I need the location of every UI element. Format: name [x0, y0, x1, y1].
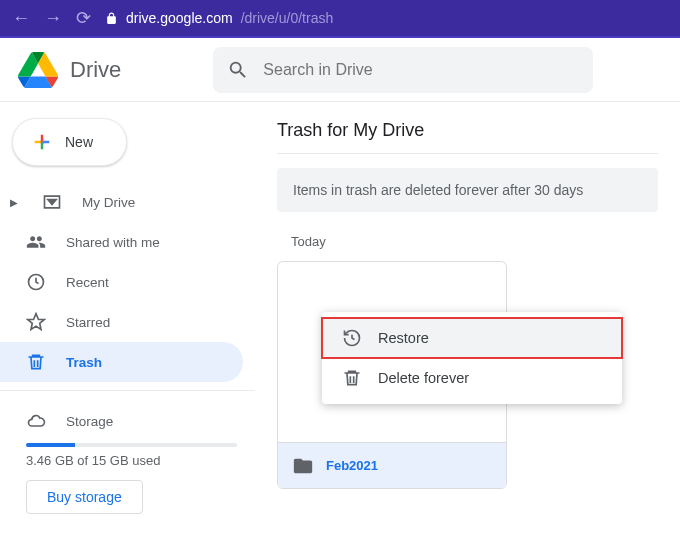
chevron-right-icon: ▶ [10, 197, 22, 208]
back-icon[interactable]: ← [12, 8, 30, 29]
sidebar-item-label: Shared with me [66, 235, 160, 250]
url-host: drive.google.com [126, 10, 233, 26]
browser-bar: ← → ⟳ drive.google.com/drive/u/0/trash [0, 0, 680, 36]
buy-storage-button[interactable]: Buy storage [26, 480, 143, 514]
trash-icon [342, 368, 362, 388]
sidebar-item-label: Recent [66, 275, 109, 290]
my-drive-icon [42, 192, 62, 212]
file-name: Feb2021 [326, 458, 378, 473]
people-icon [26, 232, 46, 252]
context-item-label: Delete forever [378, 370, 469, 386]
search-input[interactable] [263, 61, 579, 79]
storage-used-text: 3.46 GB of 15 GB used [26, 453, 237, 468]
reload-icon[interactable]: ⟳ [76, 7, 91, 29]
plus-icon [31, 131, 53, 153]
file-card[interactable]: Feb2021 Restore Delete forever [277, 261, 507, 489]
context-item-label: Restore [378, 330, 429, 346]
sidebar-item-recent[interactable]: Recent [0, 262, 243, 302]
sidebar-item-label: Starred [66, 315, 110, 330]
search-box[interactable] [213, 47, 593, 93]
restore-icon [342, 328, 362, 348]
sidebar-item-label: Trash [66, 355, 102, 370]
address-bar[interactable]: drive.google.com/drive/u/0/trash [105, 10, 333, 26]
cloud-icon [26, 411, 46, 431]
storage-bar [26, 443, 237, 447]
drive-logo-icon [18, 52, 58, 88]
app-header: Drive [0, 38, 680, 102]
trash-icon [26, 352, 46, 372]
clock-icon [26, 272, 46, 292]
section-label: Today [291, 234, 658, 249]
context-delete-forever[interactable]: Delete forever [322, 358, 622, 398]
page-title: Trash for My Drive [277, 120, 658, 154]
sidebar-item-storage[interactable]: Storage [26, 403, 237, 439]
url-path: /drive/u/0/trash [241, 10, 334, 26]
new-button[interactable]: New [12, 118, 127, 166]
context-restore[interactable]: Restore [322, 318, 622, 358]
sidebar: New ▶ My Drive Shared with me Recent [0, 102, 255, 550]
trash-notice: Items in trash are deleted forever after… [277, 168, 658, 212]
sidebar-item-shared[interactable]: Shared with me [0, 222, 243, 262]
app-title: Drive [70, 57, 121, 83]
storage-label: Storage [66, 414, 113, 429]
sidebar-item-trash[interactable]: Trash [0, 342, 243, 382]
forward-icon[interactable]: → [44, 8, 62, 29]
file-footer: Feb2021 [278, 442, 506, 488]
sidebar-item-label: My Drive [82, 195, 135, 210]
context-menu: Restore Delete forever [322, 312, 622, 404]
new-button-label: New [65, 134, 93, 150]
sidebar-item-my-drive[interactable]: ▶ My Drive [0, 182, 243, 222]
search-icon [227, 59, 249, 81]
folder-icon [292, 455, 314, 477]
star-icon [26, 312, 46, 332]
lock-icon [105, 12, 118, 25]
sidebar-item-starred[interactable]: Starred [0, 302, 243, 342]
main-content: Trash for My Drive Items in trash are de… [255, 102, 680, 550]
